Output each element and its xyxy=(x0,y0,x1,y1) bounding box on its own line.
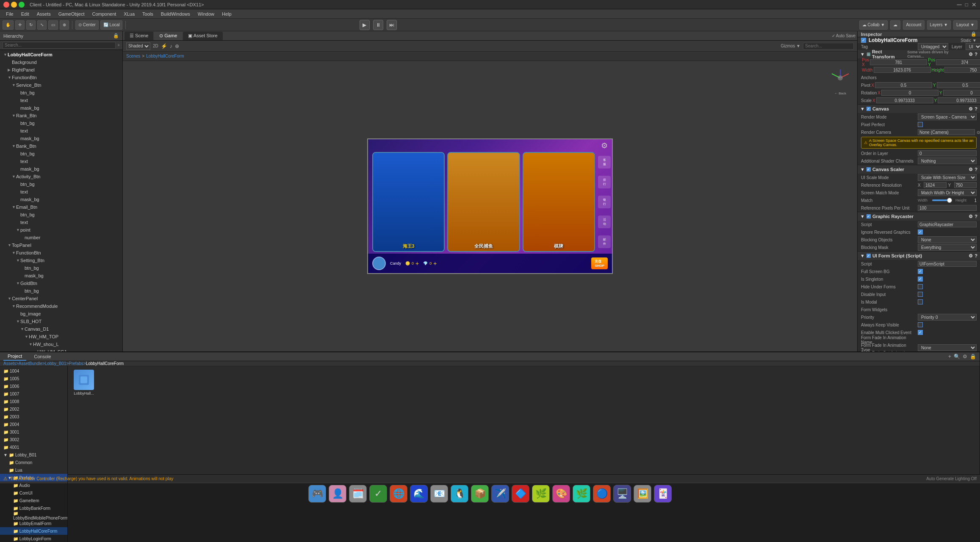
hierarchy-item-btn-bg5[interactable]: btn_bg xyxy=(0,211,122,218)
canvas-settings-icon[interactable]: ⚙ xyxy=(969,106,973,112)
is-modal-checkbox[interactable] xyxy=(918,299,923,304)
hierarchy-item-hw-shou-l[interactable]: ▼HW_shou_L xyxy=(0,340,122,348)
hierarchy-item-hw-hm-top[interactable]: ▼HW_HM_TOP xyxy=(0,333,122,340)
hierarchy-item-text3[interactable]: text xyxy=(0,158,122,165)
hierarchy-item-mask-bg3[interactable]: mask_bg xyxy=(0,165,122,173)
hierarchy-item-rank-btn[interactable]: ▼Rank_Btn xyxy=(0,112,122,119)
folder-2003[interactable]: 📁2003 xyxy=(0,413,67,420)
add-coin-btn[interactable]: + xyxy=(415,260,419,267)
folder-comui[interactable]: 📁 ComUI xyxy=(0,489,67,497)
breadcrumb-scenes[interactable]: Scenes xyxy=(126,54,140,58)
settings-icon[interactable]: ⚙ xyxy=(601,141,608,150)
breadcrumb-lobbyhall[interactable]: LobbyHallCoreForm xyxy=(86,361,124,366)
hierarchy-item-btn-bg7[interactable]: btn_bg xyxy=(0,287,122,295)
layout-btn[interactable]: Layout ▼ xyxy=(953,20,977,30)
window-close-icon[interactable]: ✕ xyxy=(972,1,977,8)
tab-project[interactable]: Project xyxy=(3,352,26,361)
hierarchy-item-btn-bg6[interactable]: btn_bg xyxy=(0,264,122,272)
singleton-checkbox[interactable]: ✓ xyxy=(918,277,923,282)
window-restore-icon[interactable]: □ xyxy=(965,2,968,8)
shop-button[interactable]: 充值SHOP xyxy=(591,257,608,269)
project-search-icon[interactable]: 🔍 xyxy=(954,354,960,359)
layers-btn[interactable]: Layers ▼ xyxy=(927,20,951,30)
taskbar-icon-13[interactable]: 🎨 xyxy=(552,485,570,503)
folder-audio[interactable]: 📁 Audio xyxy=(0,481,67,489)
project-add-icon[interactable]: + xyxy=(948,354,951,359)
project-lock-icon[interactable]: 🔒 xyxy=(970,354,976,359)
toolbar-rect[interactable]: ▭ xyxy=(48,20,58,30)
inspector-lock-icon[interactable]: 🔒 xyxy=(971,31,977,37)
additional-shader-dropdown[interactable]: Nothing xyxy=(918,158,977,164)
toolbar-local[interactable]: 🔄 Local xyxy=(100,20,123,30)
hierarchy-item-lobbyHallCoreForm[interactable]: ▼LobbyHallCoreForm xyxy=(0,51,122,58)
folder-lobby-bind[interactable]: 📁 LobbyBindMobilePhoneForm xyxy=(0,512,67,520)
folder-2004[interactable]: 📁2004 xyxy=(0,420,67,428)
tab-console[interactable]: Console xyxy=(30,352,55,361)
graphic-raycaster-header[interactable]: ▼ ✓ Graphic Raycaster ⚙ ? xyxy=(858,212,980,221)
hierarchy-item-point[interactable]: ▼point xyxy=(0,226,122,234)
blocking-mask-dropdown[interactable]: Everything xyxy=(918,244,977,251)
hierarchy-add-icon[interactable]: + xyxy=(117,43,120,47)
gizmos-btn[interactable]: Gizmos ▼ xyxy=(781,44,800,48)
scale-x-field[interactable] xyxy=(876,97,933,103)
taskbar-icon-10[interactable]: ✈️ xyxy=(491,485,509,503)
pivot-y-field[interactable] xyxy=(937,82,980,88)
collab-btn[interactable]: ☁ Collab ▼ xyxy=(859,20,888,30)
folder-1008[interactable]: 📁1008 xyxy=(0,398,67,405)
hierarchy-item-text5[interactable]: text xyxy=(0,218,122,226)
gr-script-field[interactable] xyxy=(918,221,977,227)
breadcrumb-prefabs[interactable]: Prefabs xyxy=(69,361,83,366)
object-active-checkbox[interactable]: ✓ xyxy=(861,38,866,43)
hierarchy-item-functionbtn[interactable]: ▼FunctionBtn xyxy=(0,74,122,81)
folder-1004[interactable]: 📁1004 xyxy=(0,367,67,375)
hierarchy-item-goldbtn[interactable]: ▼GoldBtn xyxy=(0,279,122,287)
ui-form-help-icon[interactable]: ? xyxy=(974,253,977,258)
toolbar-scale[interactable]: ⤡ xyxy=(37,20,47,30)
hierarchy-item-btn-bg4[interactable]: btn_bg xyxy=(0,180,122,188)
taskbar-icon-1[interactable]: 🎮 xyxy=(308,485,326,503)
hierarchy-item-btn-bg2[interactable]: btn_bg xyxy=(0,119,122,127)
breadcrumb-assetbundle[interactable]: AssetBundle xyxy=(19,361,42,366)
folder-lobby-email[interactable]: 📁 LobbyEmailForm xyxy=(0,520,67,527)
hierarchy-item-mask-bg1[interactable]: mask_bg xyxy=(0,104,122,112)
breadcrumb-lobby-b01[interactable]: Lobby_B01 xyxy=(45,361,66,366)
hierarchy-item-btn-bg3[interactable]: btn_bg xyxy=(0,150,122,158)
window-minimize-icon[interactable]: ─ xyxy=(957,1,961,8)
hide-under-checkbox[interactable] xyxy=(918,284,923,289)
match-slider[interactable] xyxy=(932,199,952,201)
hierarchy-item-text4[interactable]: text xyxy=(0,188,122,196)
toolbar-rotate[interactable]: ↻ xyxy=(26,20,36,30)
scene-search-input[interactable] xyxy=(803,43,854,50)
canvas-scaler-settings-icon[interactable]: ⚙ xyxy=(969,167,973,172)
game-card-seawang[interactable]: HOT 海王3 xyxy=(372,152,445,252)
right-icon-activity[interactable]: 活动 xyxy=(598,216,611,228)
always-keep-checkbox[interactable] xyxy=(918,322,923,327)
hierarchy-item-activity-btn[interactable]: ▼Activity_Btn xyxy=(0,173,122,180)
hierarchy-item-text2[interactable]: text xyxy=(0,127,122,135)
folder-1007[interactable]: 📁1007 xyxy=(0,390,67,398)
minimize-btn[interactable] xyxy=(11,2,17,8)
pos-y-field[interactable] xyxy=(936,59,980,65)
taskbar-icon-9[interactable]: 📦 xyxy=(471,485,489,503)
menu-component[interactable]: Component xyxy=(89,11,119,17)
folder-3002[interactable]: 📁3002 xyxy=(0,436,67,443)
hierarchy-item-btn-bg1[interactable]: btn_bg xyxy=(0,89,122,97)
project-settings-icon[interactable]: ⚙ xyxy=(963,354,967,359)
menu-window[interactable]: Window xyxy=(194,11,218,17)
height-field[interactable] xyxy=(944,67,980,73)
ref-res-x-field[interactable] xyxy=(924,182,947,188)
taskbar-icon-11[interactable]: 🔷 xyxy=(512,485,529,503)
match-slider-thumb[interactable] xyxy=(947,198,952,203)
step-button[interactable]: ⏭ xyxy=(387,20,397,30)
breadcrumb-assets[interactable]: Assets xyxy=(3,361,16,366)
pixel-perfect-checkbox[interactable] xyxy=(918,122,923,127)
hierarchy-item-rightpanel[interactable]: ▶RightPanel xyxy=(0,66,122,74)
tab-scene[interactable]: ☰ Scene xyxy=(125,32,153,40)
ref-res-y-field[interactable] xyxy=(954,182,977,188)
hierarchy-item-toppanel[interactable]: ▼TopPanel xyxy=(0,241,122,249)
shading-dropdown[interactable]: Shaded xyxy=(126,42,150,50)
game-card-fish[interactable]: 全民捕鱼 xyxy=(447,152,520,252)
taskbar-icon-2[interactable]: 👤 xyxy=(329,485,346,503)
rect-transform-header[interactable]: ▼ ⊞ Rect Transform Some values driven by… xyxy=(858,50,980,58)
maximize-btn[interactable] xyxy=(19,2,25,8)
